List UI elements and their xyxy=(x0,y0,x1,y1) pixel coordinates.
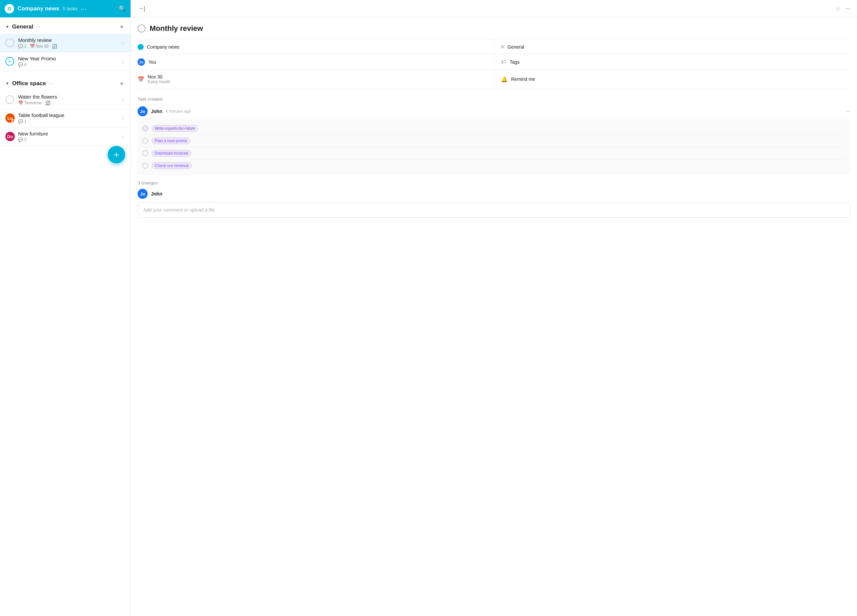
tag-badge-2: Plan a new promo xyxy=(152,137,190,144)
prop-date-label: Nov 30 xyxy=(148,74,170,79)
app-title: Company news xyxy=(17,5,59,12)
header-search-icon[interactable]: 🔍 xyxy=(118,5,126,12)
prop-date[interactable]: 📅 Nov 30 Every month xyxy=(138,70,494,88)
group-more-office[interactable]: ··· xyxy=(49,80,53,86)
task-table-football[interactable]: Lu Table football league 💬 1 ☆ xyxy=(0,109,130,127)
favorite-icon[interactable]: ☆ xyxy=(835,5,840,12)
task-star-monthly-review[interactable]: ☆ xyxy=(121,40,125,46)
checklist-item-3[interactable]: Download invoices xyxy=(142,147,846,160)
task-title-row: Monthly review xyxy=(138,24,850,33)
bottom-user-avatar: Jo xyxy=(138,189,148,199)
task-meta-water: 📅 Tomorrow 🔄 xyxy=(18,100,121,105)
checklist-checkbox-4[interactable] xyxy=(142,163,149,169)
collapse-panel-icon[interactable]: →| xyxy=(138,5,145,12)
task-main-title: Monthly review xyxy=(150,24,203,33)
task-title-checkbox[interactable] xyxy=(138,25,145,32)
task-checkbox-monthly-review[interactable] xyxy=(5,39,14,47)
right-header-actions: ☆ ··· xyxy=(835,5,850,12)
comment-icon: 💬 xyxy=(18,44,23,49)
prop-company-news-label: Company news xyxy=(147,44,179,49)
prop-general[interactable]: ≡ General xyxy=(494,40,850,54)
tag-badge-3: Download invoices xyxy=(152,150,191,157)
task-star-furniture[interactable]: ☆ xyxy=(121,133,125,140)
group-title-office: Office space xyxy=(12,80,46,87)
task-avatar-lu: Lu xyxy=(5,113,15,123)
task-checkbox-water[interactable] xyxy=(5,95,14,104)
fab-add-button[interactable]: ＋ xyxy=(108,146,125,163)
group-chevron-office[interactable]: ▼ xyxy=(5,81,9,86)
comment-avatar-john: Jo xyxy=(138,106,148,116)
checklist-checkbox-1[interactable] xyxy=(142,125,149,131)
task-star-football[interactable]: ☆ xyxy=(121,115,125,121)
checklist-label-4: Check our revenue xyxy=(152,162,192,169)
group-add-office[interactable]: ＋ xyxy=(118,79,125,88)
prop-tags[interactable]: 🏷 Tags xyxy=(494,54,850,70)
comment-author-john: John xyxy=(151,109,162,114)
task-new-furniture[interactable]: Do New furniture 💬 2 ☆ xyxy=(0,127,130,146)
task-star-new-year[interactable]: ☆ xyxy=(121,58,125,65)
header-left: O Company news 5 tasks ··· xyxy=(5,4,87,14)
task-checkbox-new-year[interactable]: ＋ xyxy=(5,57,14,66)
task-water-flowers[interactable]: Water the flowers 📅 Tomorrow 🔄 ☆ xyxy=(0,91,130,109)
calendar-icon: 📅 xyxy=(18,100,23,105)
right-header-left: →| xyxy=(138,5,145,12)
task-comments-new-year: 💬 4 xyxy=(18,62,26,67)
bottom-user-name: John xyxy=(151,191,162,196)
task-comments-monthly-review: 💬 1 xyxy=(18,44,26,49)
group-title-general: General xyxy=(12,23,33,30)
prop-remind-label: Remind me xyxy=(511,76,535,82)
checklist-item-2[interactable]: Plan a new promo xyxy=(142,135,846,147)
comment-input-area[interactable]: Add your comment or upload a file xyxy=(138,202,850,218)
tags-icon: 🏷 xyxy=(501,59,506,65)
task-meta-monthly-review: 💬 1 📅 Nov 30 🔄 xyxy=(18,44,121,49)
assignee-avatar: Jo xyxy=(138,58,145,66)
group-general-header: ▼ General ··· ＋ xyxy=(0,17,130,34)
task-avatar-do: Do xyxy=(5,132,15,141)
recurring-icon: 🔄 xyxy=(52,44,57,49)
right-panel: →| ☆ ··· Monthly review Company news ≡ G… xyxy=(131,0,857,616)
comment-icon: 💬 xyxy=(18,137,23,142)
app-icon: O xyxy=(5,4,14,14)
task-name-new-year: New Year Promo xyxy=(18,56,121,61)
task-name-monthly-review: Monthly review xyxy=(18,37,121,43)
activity-section: Task created Jo John 4 minutes ago ··· W… xyxy=(138,97,850,218)
task-new-year-promo[interactable]: ＋ New Year Promo 💬 4 ☆ xyxy=(0,52,130,71)
prop-general-label: General xyxy=(507,44,524,49)
right-more-icon[interactable]: ··· xyxy=(845,5,850,12)
group-more-general[interactable]: ··· xyxy=(36,24,40,30)
comment-block-john: Jo John 4 minutes ago ··· Write reports … xyxy=(138,106,850,175)
group-office-left: ▼ Office space ··· xyxy=(5,80,53,87)
recurring-icon-water: 🔄 xyxy=(45,100,50,105)
group-add-general[interactable]: ＋ xyxy=(118,22,125,31)
checklist-item-4[interactable]: Check our revenue xyxy=(142,160,846,172)
prop-company-news[interactable]: Company news xyxy=(138,40,494,54)
task-date-monthly-review: 📅 Nov 30 xyxy=(30,44,49,49)
properties-grid: Company news ≡ General Jo You 🏷 Tags 📅 xyxy=(138,40,850,88)
company-news-icon xyxy=(138,44,144,50)
bell-icon: 🔔 xyxy=(501,76,508,82)
checklist-item-1[interactable]: Write reports for Adam xyxy=(142,122,846,135)
task-comments-football: 💬 1 xyxy=(18,119,26,124)
right-header: →| ☆ ··· xyxy=(131,0,857,17)
general-lines-icon: ≡ xyxy=(501,44,504,50)
task-content-water: Water the flowers 📅 Tomorrow 🔄 xyxy=(18,94,121,105)
task-created-label: Task created xyxy=(138,97,850,102)
left-header: O Company news 5 tasks ··· 🔍 xyxy=(0,0,130,17)
date-icon: 📅 xyxy=(138,76,144,82)
group-chevron-general[interactable]: ▼ xyxy=(5,25,9,29)
prop-remind[interactable]: 🔔 Remind me xyxy=(494,70,850,88)
prop-assignee[interactable]: Jo You xyxy=(138,54,494,70)
checklist-checkbox-2[interactable] xyxy=(142,138,149,144)
header-more-button[interactable]: ··· xyxy=(81,5,87,13)
task-monthly-review[interactable]: Monthly review 💬 1 📅 Nov 30 🔄 ☆ xyxy=(0,34,130,52)
prop-date-sub: Every month xyxy=(148,79,170,84)
comment-more-john[interactable]: ··· xyxy=(846,108,850,114)
checklist-checkbox-3[interactable] xyxy=(142,150,149,156)
tag-badge-4: Check our revenue xyxy=(152,162,192,169)
task-name-football: Table football league xyxy=(18,112,121,118)
task-meta-football: 💬 1 xyxy=(18,119,121,124)
checklist-label-2: Plan a new promo xyxy=(152,137,190,144)
task-star-water[interactable]: ☆ xyxy=(121,97,125,103)
tag-badge-1: Write reports for Adam xyxy=(152,125,198,132)
avatar-dot-lu xyxy=(11,119,15,123)
